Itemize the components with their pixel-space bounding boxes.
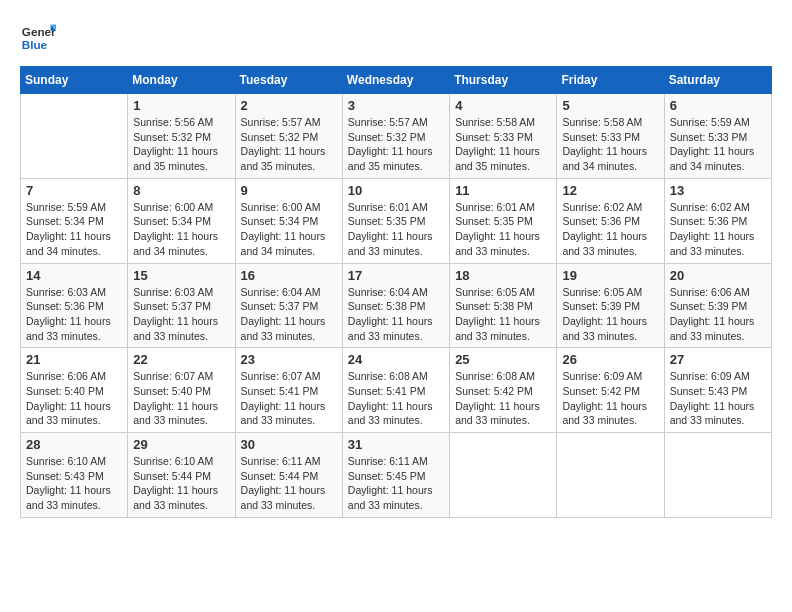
calendar-cell: 7 Sunrise: 5:59 AM Sunset: 5:34 PM Dayli… [21,178,128,263]
daylight-text: Daylight: 11 hours and 33 minutes. [133,484,218,511]
day-info: Sunrise: 6:07 AM Sunset: 5:40 PM Dayligh… [133,369,229,428]
weekday-monday: Monday [128,67,235,94]
calendar-cell: 23 Sunrise: 6:07 AM Sunset: 5:41 PM Dayl… [235,348,342,433]
day-info: Sunrise: 6:10 AM Sunset: 5:43 PM Dayligh… [26,454,122,513]
day-info: Sunrise: 6:09 AM Sunset: 5:42 PM Dayligh… [562,369,658,428]
calendar-cell: 9 Sunrise: 6:00 AM Sunset: 5:34 PM Dayli… [235,178,342,263]
sunset-text: Sunset: 5:35 PM [455,215,533,227]
day-info: Sunrise: 6:03 AM Sunset: 5:36 PM Dayligh… [26,285,122,344]
daylight-text: Daylight: 11 hours and 34 minutes. [670,145,755,172]
calendar-week-5: 28 Sunrise: 6:10 AM Sunset: 5:43 PM Dayl… [21,433,772,518]
day-info: Sunrise: 6:05 AM Sunset: 5:39 PM Dayligh… [562,285,658,344]
day-number: 9 [241,183,337,198]
day-number: 31 [348,437,444,452]
sunrise-text: Sunrise: 6:11 AM [348,455,428,467]
sunset-text: Sunset: 5:40 PM [133,385,211,397]
sunrise-text: Sunrise: 5:57 AM [241,116,321,128]
sunset-text: Sunset: 5:42 PM [455,385,533,397]
day-info: Sunrise: 5:56 AM Sunset: 5:32 PM Dayligh… [133,115,229,174]
day-info: Sunrise: 5:57 AM Sunset: 5:32 PM Dayligh… [348,115,444,174]
day-number: 25 [455,352,551,367]
sunrise-text: Sunrise: 6:10 AM [26,455,106,467]
sunrise-text: Sunrise: 5:58 AM [455,116,535,128]
sunrise-text: Sunrise: 6:04 AM [241,286,321,298]
sunrise-text: Sunrise: 6:00 AM [133,201,213,213]
sunrise-text: Sunrise: 6:03 AM [133,286,213,298]
sunrise-text: Sunrise: 6:01 AM [348,201,428,213]
weekday-saturday: Saturday [664,67,771,94]
daylight-text: Daylight: 11 hours and 33 minutes. [562,400,647,427]
sunset-text: Sunset: 5:43 PM [670,385,748,397]
svg-text:Blue: Blue [22,38,48,51]
sunrise-text: Sunrise: 6:03 AM [26,286,106,298]
sunrise-text: Sunrise: 6:06 AM [670,286,750,298]
day-info: Sunrise: 6:01 AM Sunset: 5:35 PM Dayligh… [348,200,444,259]
sunrise-text: Sunrise: 6:07 AM [133,370,213,382]
sunset-text: Sunset: 5:36 PM [670,215,748,227]
calendar-cell: 12 Sunrise: 6:02 AM Sunset: 5:36 PM Dayl… [557,178,664,263]
sunset-text: Sunset: 5:33 PM [562,131,640,143]
calendar-table: SundayMondayTuesdayWednesdayThursdayFrid… [20,66,772,518]
day-info: Sunrise: 6:00 AM Sunset: 5:34 PM Dayligh… [241,200,337,259]
day-number: 29 [133,437,229,452]
daylight-text: Daylight: 11 hours and 34 minutes. [241,230,326,257]
day-info: Sunrise: 6:01 AM Sunset: 5:35 PM Dayligh… [455,200,551,259]
daylight-text: Daylight: 11 hours and 35 minutes. [241,145,326,172]
day-number: 1 [133,98,229,113]
calendar-cell: 31 Sunrise: 6:11 AM Sunset: 5:45 PM Dayl… [342,433,449,518]
sunrise-text: Sunrise: 6:06 AM [26,370,106,382]
daylight-text: Daylight: 11 hours and 33 minutes. [455,315,540,342]
day-number: 27 [670,352,766,367]
day-number: 11 [455,183,551,198]
daylight-text: Daylight: 11 hours and 33 minutes. [26,484,111,511]
sunset-text: Sunset: 5:32 PM [241,131,319,143]
day-number: 22 [133,352,229,367]
calendar-week-1: 1 Sunrise: 5:56 AM Sunset: 5:32 PM Dayli… [21,94,772,179]
day-info: Sunrise: 6:08 AM Sunset: 5:41 PM Dayligh… [348,369,444,428]
day-number: 23 [241,352,337,367]
day-info: Sunrise: 6:07 AM Sunset: 5:41 PM Dayligh… [241,369,337,428]
day-number: 17 [348,268,444,283]
sunset-text: Sunset: 5:38 PM [348,300,426,312]
day-info: Sunrise: 6:11 AM Sunset: 5:44 PM Dayligh… [241,454,337,513]
logo: General Blue [20,20,60,56]
calendar-cell: 11 Sunrise: 6:01 AM Sunset: 5:35 PM Dayl… [450,178,557,263]
sunrise-text: Sunrise: 5:58 AM [562,116,642,128]
sunrise-text: Sunrise: 5:59 AM [26,201,106,213]
daylight-text: Daylight: 11 hours and 35 minutes. [455,145,540,172]
sunrise-text: Sunrise: 5:59 AM [670,116,750,128]
calendar-cell: 8 Sunrise: 6:00 AM Sunset: 5:34 PM Dayli… [128,178,235,263]
sunrise-text: Sunrise: 6:02 AM [562,201,642,213]
daylight-text: Daylight: 11 hours and 34 minutes. [562,145,647,172]
sunset-text: Sunset: 5:34 PM [241,215,319,227]
calendar-cell: 30 Sunrise: 6:11 AM Sunset: 5:44 PM Dayl… [235,433,342,518]
calendar-header: SundayMondayTuesdayWednesdayThursdayFrid… [21,67,772,94]
weekday-sunday: Sunday [21,67,128,94]
sunset-text: Sunset: 5:43 PM [26,470,104,482]
daylight-text: Daylight: 11 hours and 33 minutes. [670,315,755,342]
sunset-text: Sunset: 5:42 PM [562,385,640,397]
sunrise-text: Sunrise: 6:07 AM [241,370,321,382]
day-number: 28 [26,437,122,452]
calendar-cell: 24 Sunrise: 6:08 AM Sunset: 5:41 PM Dayl… [342,348,449,433]
logo-icon: General Blue [20,20,56,56]
weekday-thursday: Thursday [450,67,557,94]
sunrise-text: Sunrise: 5:56 AM [133,116,213,128]
daylight-text: Daylight: 11 hours and 33 minutes. [348,315,433,342]
daylight-text: Daylight: 11 hours and 33 minutes. [562,315,647,342]
calendar-cell: 21 Sunrise: 6:06 AM Sunset: 5:40 PM Dayl… [21,348,128,433]
day-info: Sunrise: 5:57 AM Sunset: 5:32 PM Dayligh… [241,115,337,174]
calendar-body: 1 Sunrise: 5:56 AM Sunset: 5:32 PM Dayli… [21,94,772,518]
sunrise-text: Sunrise: 6:08 AM [455,370,535,382]
sunset-text: Sunset: 5:41 PM [241,385,319,397]
day-number: 30 [241,437,337,452]
day-number: 24 [348,352,444,367]
calendar-cell [557,433,664,518]
day-info: Sunrise: 5:59 AM Sunset: 5:33 PM Dayligh… [670,115,766,174]
day-number: 19 [562,268,658,283]
sunrise-text: Sunrise: 6:08 AM [348,370,428,382]
sunset-text: Sunset: 5:40 PM [26,385,104,397]
sunrise-text: Sunrise: 6:11 AM [241,455,321,467]
day-number: 3 [348,98,444,113]
weekday-header-row: SundayMondayTuesdayWednesdayThursdayFrid… [21,67,772,94]
